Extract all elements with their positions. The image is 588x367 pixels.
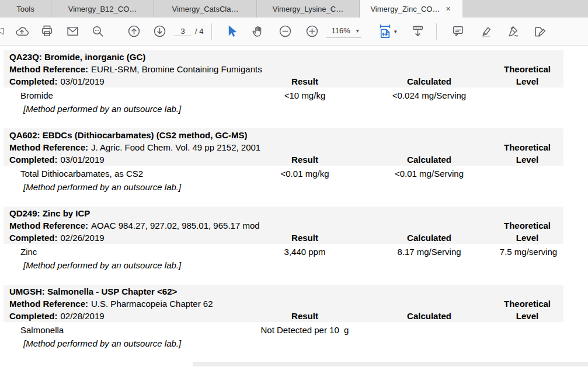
- zoom-level-dropdown[interactable]: 116% ▾: [326, 25, 361, 38]
- next-page-icon[interactable]: [151, 22, 168, 41]
- chevron-down-icon: ▾: [356, 27, 359, 34]
- method-reference-line: Method Reference:J. Agric. Food Chem. Vo…: [9, 142, 260, 152]
- select-tool-icon[interactable]: [222, 22, 240, 41]
- print-icon[interactable]: [38, 22, 55, 41]
- column-header-calculated: Calculated: [407, 311, 451, 321]
- analyte-name: Bromide: [20, 90, 53, 100]
- analyte-name: Zinc: [20, 247, 37, 257]
- tab-label: Vimergy_Lysine_C…: [273, 5, 343, 13]
- highlight-icon[interactable]: [477, 22, 495, 41]
- tab-vimergy-b12[interactable]: Vimergy_B12_CO…: [51, 0, 154, 18]
- completed-line: Completed:02/28/2019: [9, 311, 105, 321]
- section-header: QD249: Zinc by ICP Method Reference:AOAC…: [4, 207, 563, 244]
- column-header-level: Level: [516, 233, 538, 243]
- test-section-ebdcs: QA602: EBDCs (Dithiocarbamates) (CS2 met…: [0, 128, 588, 195]
- method-reference-value: EURL-SRM, Bromine Containing Fumigants: [91, 64, 262, 74]
- tab-label: Vimergy_Zinc_CO…: [370, 5, 440, 13]
- cloud-upload-icon[interactable]: [13, 22, 30, 41]
- column-header-theoretical: Theoretical: [504, 299, 551, 309]
- close-icon[interactable]: ×: [444, 5, 451, 13]
- completed-value: 03/01/2019: [61, 155, 105, 165]
- fit-width-icon[interactable]: ▾: [375, 22, 399, 41]
- completed-line: Completed:02/26/2019: [9, 233, 105, 243]
- column-header-theoretical: Theoretical: [504, 142, 551, 152]
- column-header-calculated: Calculated: [407, 233, 451, 243]
- column-header-result: Result: [291, 311, 318, 321]
- method-reference-label: Method Reference:: [9, 142, 88, 152]
- section-header: QA602: EBDCs (Dithiocarbamates) (CS2 met…: [4, 128, 563, 166]
- scrolling-mode-icon[interactable]: [409, 22, 427, 41]
- method-reference-label: Method Reference:: [9, 221, 88, 230]
- outsource-lab-note: [Method performed by an outsource lab.]: [23, 337, 588, 351]
- completed-line: Completed:03/01/2019: [9, 76, 105, 86]
- column-header-calculated: Calculated: [407, 76, 451, 86]
- method-reference-value: U.S. Pharmacopeia Chapter 62: [91, 299, 213, 309]
- result-value: <10 mg/kg: [284, 90, 325, 100]
- tab-tools[interactable]: Tools: [0, 0, 51, 18]
- sign-icon[interactable]: [504, 22, 521, 41]
- tab-label: Vimergy_CatsCla…: [172, 5, 239, 13]
- completed-label: Completed:: [9, 155, 58, 165]
- page-total: / 4: [195, 27, 203, 36]
- zoom-out-icon[interactable]: [276, 22, 294, 41]
- zoom-in-icon[interactable]: [303, 22, 321, 41]
- page-number-input[interactable]: [174, 27, 192, 36]
- bookmark-partial-icon[interactable]: [0, 22, 7, 41]
- result-value: <0.01 mg/kg: [281, 169, 329, 179]
- table-row: Bromide <10 mg/kg <0.024 mg/Serving: [0, 88, 588, 103]
- result-value: Not Detected per 10 g: [261, 325, 349, 335]
- column-header-level: Level: [516, 76, 538, 86]
- tab-bar-spacer: [462, 0, 588, 18]
- outsource-lab-note: [Method performed by an outsource lab.]: [23, 259, 588, 273]
- column-header-calculated: Calculated: [407, 155, 451, 165]
- previous-page-icon[interactable]: [125, 22, 142, 41]
- section-title: QD249: Zinc by ICP: [9, 208, 90, 218]
- fill-sign-icon[interactable]: [531, 22, 548, 41]
- page-navigation: / 4: [174, 27, 203, 36]
- calculated-value: 8.17 mg/Serving: [397, 247, 461, 257]
- method-reference-line: Method Reference:EURL-SRM, Bromine Conta…: [9, 64, 262, 74]
- zoom-level-value: 116%: [331, 26, 350, 35]
- column-header-theoretical: Theoretical: [504, 64, 551, 74]
- toolbar: / 4 116% ▾ ▾: [0, 18, 588, 46]
- outsource-lab-note: [Method performed by an outsource lab.]: [23, 103, 588, 117]
- toolbar-divider: [211, 23, 212, 40]
- completed-label: Completed:: [9, 233, 58, 243]
- completed-value: 02/28/2019: [61, 311, 105, 321]
- analyte-name: Salmonella: [20, 325, 64, 335]
- column-header-result: Result: [291, 76, 318, 86]
- search-icon[interactable]: [89, 22, 106, 41]
- section-header: UMGSH: Salmonella - USP Chapter <62> Met…: [4, 285, 563, 322]
- comment-icon[interactable]: [450, 22, 467, 41]
- method-reference-label: Method Reference:: [9, 64, 88, 74]
- analyte-name: Total Dithiocarbamates, as CS2: [20, 169, 143, 179]
- column-header-result: Result: [291, 233, 318, 243]
- test-section-zinc: QD249: Zinc by ICP Method Reference:AOAC…: [0, 207, 588, 273]
- test-section-bromide: QA23Q: Bromide, inorganic (GC) Method Re…: [0, 50, 588, 117]
- section-title: QA602: EBDCs (Dithiocarbamates) (CS2 met…: [9, 130, 248, 140]
- test-section-salmonella: UMGSH: Salmonella - USP Chapter <62> Met…: [0, 285, 588, 351]
- tab-label: Vimergy_B12_CO…: [68, 5, 137, 13]
- tab-vimergy-catscla[interactable]: Vimergy_CatsCla…: [154, 0, 257, 18]
- column-header-level: Level: [516, 311, 538, 321]
- email-icon[interactable]: [64, 22, 81, 41]
- next-page-edge: [193, 362, 588, 366]
- calculated-value: <0.024 mg/Serving: [392, 90, 466, 100]
- method-reference-value: J. Agric. Food Chem. Vol. 49 pp 2152, 20…: [91, 142, 260, 152]
- tab-bar: Tools Vimergy_B12_CO… Vimergy_CatsCla… V…: [0, 0, 588, 18]
- table-row: Salmonella Not Detected per 10 g: [0, 322, 588, 337]
- method-reference-line: Method Reference:U.S. Pharmacopeia Chapt…: [9, 299, 213, 309]
- theoretical-value: 7.5 mg/serving: [500, 247, 557, 257]
- tab-vimergy-zinc[interactable]: Vimergy_Zinc_CO… ×: [360, 0, 462, 18]
- tab-label: Tools: [16, 5, 34, 13]
- outsource-lab-note: [Method performed by an outsource lab.]: [23, 181, 588, 195]
- completed-line: Completed:03/01/2019: [9, 155, 105, 165]
- chevron-down-icon: ▾: [394, 29, 397, 34]
- completed-label: Completed:: [9, 76, 58, 86]
- section-title: UMGSH: Salmonella - USP Chapter <62>: [9, 286, 177, 296]
- toolbar-divider: [436, 23, 437, 40]
- hand-tool-icon[interactable]: [249, 22, 267, 41]
- tab-vimergy-lysine[interactable]: Vimergy_Lysine_C…: [257, 0, 360, 18]
- table-row: Zinc 3,440 ppm 8.17 mg/Serving 7.5 mg/se…: [0, 244, 588, 259]
- column-header-theoretical: Theoretical: [504, 221, 551, 230]
